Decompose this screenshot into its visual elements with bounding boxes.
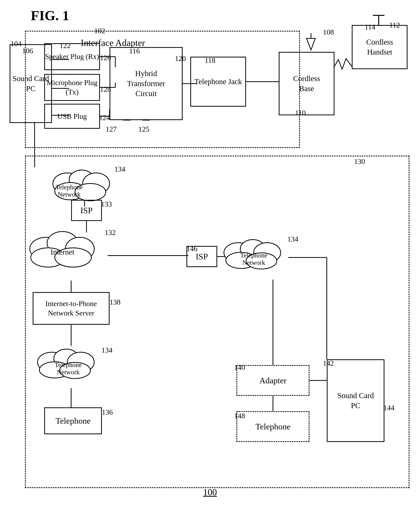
ref-114: 114 xyxy=(365,23,375,31)
telephone-jack-box: Telephone Jack xyxy=(190,57,246,107)
usb-plug-box: USB Plug xyxy=(44,104,100,129)
ref-142: 142 xyxy=(323,359,334,367)
ref-127: 127 xyxy=(106,125,117,133)
ref-138: 138 xyxy=(110,298,120,306)
ref-126: 126 xyxy=(100,53,111,62)
ref-132: 132 xyxy=(105,228,116,237)
ref-108: 108 xyxy=(323,28,334,36)
ref-124: 124 xyxy=(99,113,110,122)
sound-card-pc-bot-box: Sound Card PC xyxy=(327,359,384,442)
ref-122: 122 xyxy=(60,41,71,50)
cordless-base-box: CordlessBase xyxy=(279,52,334,115)
page-number: 100 xyxy=(203,487,217,497)
isp-top-label: ISP xyxy=(80,206,93,215)
fig-title: FIG. 1 xyxy=(31,8,69,24)
ref-134-top: 134 xyxy=(114,165,125,173)
sound-card-bot-line2: PC xyxy=(337,401,374,411)
speaker-plug-box: Speaker Plug (Rx) xyxy=(44,43,100,70)
telephone-bottom-label: Telephone xyxy=(56,416,91,426)
telephone-dashed-box: Telephone xyxy=(236,411,309,442)
hybrid-transformer-label: HybridTransformerCircuit xyxy=(127,69,165,99)
speaker-plug-label: Speaker Plug (Rx) xyxy=(45,52,99,61)
sound-card-line1: Sound Card xyxy=(13,74,49,84)
ref-116: 116 xyxy=(129,47,140,55)
telephone-dashed-label: Telephone xyxy=(255,422,291,432)
ref-140: 140 xyxy=(234,363,245,372)
cordless-base-label: CordlessBase xyxy=(293,74,320,94)
inet-phone-server-label: Internet-to-PhoneNetwork Server xyxy=(45,299,97,318)
ref-144: 144 xyxy=(383,404,394,412)
svg-marker-15 xyxy=(307,38,315,50)
ref-106: 106 xyxy=(22,46,33,55)
ref-134-mid: 134 xyxy=(287,235,298,243)
hybrid-transformer-box: HybridTransformerCircuit xyxy=(110,47,183,120)
ref-128: 128 xyxy=(100,85,111,93)
inet-phone-server-box: Internet-to-PhoneNetwork Server xyxy=(33,292,110,325)
sound-card-line2: PC xyxy=(13,84,49,94)
ref-112: 112 xyxy=(389,21,400,29)
ref-104: 104 xyxy=(11,39,22,48)
adapter-dashed-box: Adapter xyxy=(236,365,309,396)
sound-card-bot-line1: Sound Card xyxy=(337,391,374,401)
cordless-handset-label: CordlessHandset xyxy=(366,37,393,57)
mic-plug-label: Microphone Plug (Tx) xyxy=(45,78,99,97)
ref-130: 130 xyxy=(354,157,365,166)
adapter-label: Adapter xyxy=(259,376,287,385)
usb-plug-label: USB Plug xyxy=(57,112,87,120)
cordless-handset-box: CordlessHandset xyxy=(352,25,407,69)
isp-top-box: ISP xyxy=(71,200,102,221)
ref-110: 110 xyxy=(295,109,306,117)
ref-125: 125 xyxy=(138,125,149,133)
telephone-jack-label: Telephone Jack xyxy=(194,77,242,87)
telephone-bottom-box: Telephone xyxy=(44,407,102,434)
ref-134-bot: 134 xyxy=(102,346,112,354)
ref-133: 133 xyxy=(101,200,112,208)
isp-mid-label: ISP xyxy=(196,252,208,262)
ref-136: 136 xyxy=(102,408,113,416)
ref-148: 148 xyxy=(234,412,245,420)
mic-plug-box: Microphone Plug (Tx) xyxy=(44,74,100,101)
ref-146: 146 xyxy=(187,244,197,253)
ref-118: 118 xyxy=(205,56,216,65)
